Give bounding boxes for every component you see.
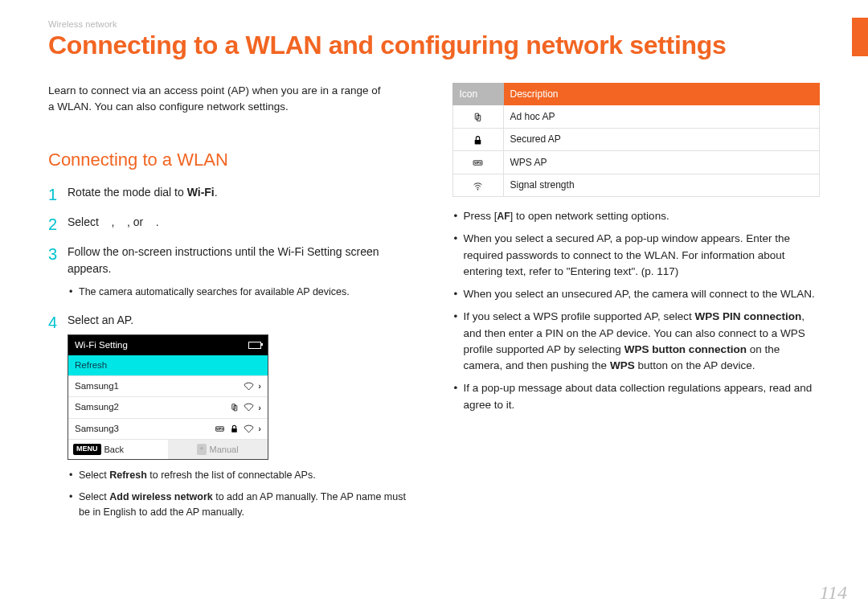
svg-rect-4: [232, 428, 238, 433]
rb1-a: Press [: [464, 210, 497, 222]
af-button-label: AF: [497, 209, 510, 223]
svg-rect-7: [475, 140, 481, 144]
wifi-ap-row-3[interactable]: Samsung3 WPS ›: [68, 418, 268, 439]
td-desc-wps: WPS AP: [503, 151, 820, 174]
wifi-setting-screenshot: Wi-Fi Setting Refresh Samsung1 ›: [68, 334, 268, 461]
rb4-a: If you select a WPS profile supported AP…: [464, 310, 695, 322]
chevron-right-icon: ›: [258, 401, 261, 415]
wifi-setting-header: Wi-Fi Setting: [68, 335, 268, 355]
table-row: WPS WPS AP: [452, 151, 820, 174]
wifi-footer-back[interactable]: MENU Back: [68, 440, 168, 460]
wifi-setting-title: Wi-Fi Setting: [75, 338, 128, 352]
lock-icon: [473, 135, 483, 146]
step-3-text: Follow the on-screen instructions until …: [68, 245, 379, 275]
wifi-ap-name-1: Samsung1: [75, 379, 244, 393]
wifi-ap-name-3: Samsung3: [75, 422, 215, 436]
plus-icon: +: [197, 444, 206, 455]
wps-icon: WPS: [473, 158, 483, 168]
signal-icon: [244, 381, 254, 392]
option-icon-1: [102, 215, 112, 228]
right-bullet-3: When you select an unsecured AP, the cam…: [452, 286, 821, 302]
wifi-refresh-label: Refresh: [75, 359, 261, 372]
rb4-d: button on the AP device.: [635, 359, 755, 371]
menu-chip: MENU: [73, 444, 101, 455]
chevron-right-icon: ›: [258, 422, 261, 436]
rb4-bold2: WPS button connection: [624, 343, 747, 355]
table-row: Ad hoc AP: [452, 105, 820, 129]
td-desc-adhoc: Ad hoc AP: [503, 105, 820, 129]
wifi-mode-label: Wi-Fi: [187, 186, 215, 199]
th-icon: Icon: [452, 84, 503, 105]
step-4-text: Select an AP.: [68, 314, 133, 326]
right-bullet-4: If you select a WPS profile supported AP…: [452, 309, 821, 374]
lock-icon: [229, 424, 240, 434]
right-bullet-5: If a pop-up message about data collectio…: [452, 380, 821, 413]
right-bullet-2: When you select a secured AP, a pop-up w…: [452, 231, 821, 280]
wifi-refresh-row[interactable]: Refresh: [68, 355, 268, 375]
step-1: Rotate the mode dial to Wi-Fi.: [48, 184, 416, 201]
chevron-right-icon: ›: [258, 379, 261, 393]
step-2: Select , , or .: [48, 214, 416, 231]
post-box-bullet-2: Select Add wireless network to add an AP…: [68, 490, 416, 520]
step-1-text-c: .: [215, 186, 218, 199]
postbox-2-bold: Add wireless network: [109, 491, 213, 502]
icon-description-table: Icon Description Ad hoc AP Secured AP WP…: [452, 83, 821, 197]
post-box-bullet-1: Select Refresh to refresh the list of co…: [68, 468, 416, 483]
rb1-b: ] to open network setting options.: [510, 210, 669, 222]
postbox-1-pre: Select: [79, 469, 109, 481]
svg-point-10: [477, 189, 479, 191]
intro-paragraph: Learn to connect via an access point (AP…: [48, 83, 386, 116]
adhoc-icon: [473, 112, 483, 122]
postbox-2-pre: Select: [79, 491, 109, 502]
table-row: Secured AP: [452, 128, 820, 151]
option-icon-2: [117, 215, 127, 228]
rb4-bold1: WPS PIN connection: [694, 310, 801, 322]
right-bullet-1: Press [AF] to open network setting optio…: [452, 208, 821, 224]
wifi-ap-name-2: Samsung2: [75, 400, 229, 414]
option-icon-3: [146, 215, 156, 228]
rb4-bold3: WPS: [610, 359, 635, 371]
wifi-ap-row-1[interactable]: Samsung1 ›: [68, 375, 268, 396]
left-column: Learn to connect via an access point (AP…: [48, 83, 416, 533]
svg-text:WPS: WPS: [474, 162, 481, 165]
postbox-1-bold: Refresh: [109, 469, 147, 481]
steps-list: Rotate the mode dial to Wi-Fi. Select , …: [48, 184, 416, 520]
wps-icon: WPS: [215, 424, 225, 434]
page-title: Connecting to a WLAN and configuring net…: [48, 31, 820, 60]
battery-icon: [248, 342, 261, 349]
wifi-footer-manual-label: Manual: [210, 443, 239, 457]
step-3-bullet: The camera automatically searches for av…: [68, 285, 416, 300]
adhoc-icon: [229, 402, 240, 412]
page-number: 114: [820, 582, 847, 604]
section-heading: Connecting to a WLAN: [48, 146, 416, 173]
step-2-text-a: Select: [68, 215, 102, 228]
wifi-footer-back-label: Back: [104, 443, 124, 457]
wifi-footer-manual[interactable]: + Manual: [168, 440, 268, 460]
step-1-text-a: Rotate the mode dial to: [68, 186, 187, 199]
td-desc-secured: Secured AP: [503, 128, 820, 151]
svg-text:WPS: WPS: [217, 428, 224, 431]
signal-icon: [473, 181, 483, 191]
th-description: Description: [503, 84, 820, 105]
step-2-text-d: .: [156, 215, 159, 228]
signal-icon: [244, 402, 254, 412]
postbox-1-post: to refresh the list of connectable APs.: [147, 469, 316, 481]
right-column: Icon Description Ad hoc AP Secured AP WP…: [452, 83, 821, 533]
td-desc-signal: Signal strength: [503, 174, 820, 197]
table-row: Signal strength: [452, 174, 820, 197]
wifi-ap-row-2[interactable]: Samsung2 ›: [68, 396, 268, 417]
breadcrumb: Wireless network: [48, 19, 820, 29]
step-2-sep-2: , or: [127, 215, 146, 228]
step-4: Select an AP. Wi-Fi Setting Refresh Sams…: [48, 312, 416, 519]
signal-icon: [244, 424, 254, 434]
step-3: Follow the on-screen instructions until …: [48, 244, 416, 299]
section-color-tab: [852, 18, 868, 56]
